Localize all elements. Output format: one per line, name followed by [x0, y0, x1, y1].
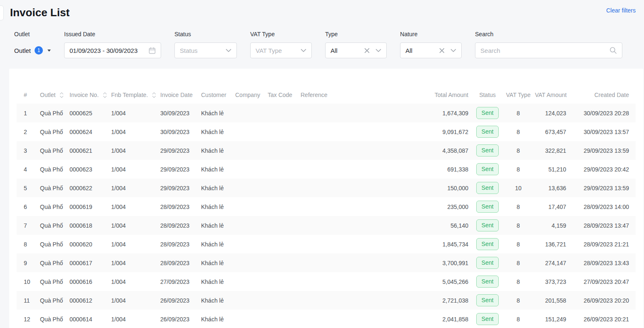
cell-index: 5	[17, 179, 38, 197]
cell-status: Sent	[472, 179, 503, 197]
cell-index: 10	[17, 272, 38, 291]
page-title: Invoice List	[10, 6, 70, 19]
cell-total_amount: 4,358,087	[333, 141, 472, 160]
cell-status: Sent	[472, 235, 503, 253]
table-row[interactable]: 3Quà Phố00006211/00429/09/2023Khách lẻ4,…	[17, 141, 636, 160]
cell-fnb_template: 1/004	[109, 179, 159, 197]
cell-invoice_date: 30/09/2023	[159, 104, 199, 122]
table-row[interactable]: 11Quà Phố00006121/00426/09/2023Khách lẻ2…	[17, 291, 636, 310]
clear-icon[interactable]	[364, 48, 370, 53]
cell-reference	[299, 122, 333, 141]
cell-reference	[299, 160, 333, 179]
cell-fnb_template: 1/004	[109, 216, 159, 235]
column-header-label: Fnb Template.	[111, 92, 148, 98]
table-body: 1Quà Phố00006251/00430/09/2023Khách lẻ1,…	[17, 104, 636, 328]
cell-outlet: Quà Phố	[38, 216, 68, 235]
cell-outlet: Quà Phố	[38, 141, 68, 160]
status-select[interactable]: Status	[174, 42, 237, 58]
cell-outlet: Quà Phố	[38, 310, 68, 328]
column-header-fnb_template[interactable]: Fnb Template.	[109, 86, 159, 104]
cell-created_date: 26/09/2023 20:20	[569, 291, 636, 310]
caret-down-icon	[47, 50, 51, 52]
cell-vat_type: 8	[503, 160, 533, 179]
table-row[interactable]: 6Quà Phố00006191/00428/09/2023Khách lẻ23…	[17, 197, 636, 216]
cell-status: Sent	[472, 253, 503, 272]
outlet-dropdown[interactable]: Outlet 1	[14, 46, 51, 55]
cell-invoice_no: 0000614	[68, 310, 109, 328]
cell-total_amount: 1,845,734	[333, 235, 472, 253]
cell-vat_type: 8	[503, 122, 533, 141]
cell-tax_code	[266, 216, 299, 235]
clear-icon[interactable]	[439, 48, 445, 53]
column-header-label: Reference	[301, 92, 328, 98]
cell-created_date: 27/09/2023 20:47	[569, 272, 636, 291]
cell-company	[234, 179, 266, 197]
cell-reference	[299, 253, 333, 272]
cell-fnb_template: 1/004	[109, 141, 159, 160]
vat-type-select[interactable]: VAT Type	[250, 42, 312, 58]
cell-company	[234, 216, 266, 235]
cell-vat_amount: 151,249	[533, 310, 569, 328]
table-row[interactable]: 1Quà Phố00006251/00430/09/2023Khách lẻ1,…	[17, 104, 636, 122]
issued-date-input[interactable]: 01/09/2023 - 30/09/2023	[64, 42, 161, 58]
table-row[interactable]: 8Quà Phố00006201/00428/09/2023Khách lẻ1,…	[17, 235, 636, 253]
cell-customer: Khách lẻ	[199, 197, 234, 216]
cell-vat_amount: 13,636	[533, 179, 569, 197]
cell-total_amount: 2,041,858	[333, 310, 472, 328]
status-badge: Sent	[476, 219, 499, 231]
column-header-label: Invoice Date	[160, 92, 193, 98]
table-row[interactable]: 12Quà Phố00006141/00426/09/2023Khách lẻ2…	[17, 310, 636, 328]
cell-customer: Khách lẻ	[199, 310, 234, 328]
cell-customer: Khách lẻ	[199, 216, 234, 235]
cell-index: 3	[17, 141, 38, 160]
nature-select[interactable]: All	[400, 42, 462, 58]
column-header-label: Company	[235, 92, 260, 98]
cell-created_date: 30/09/2023 13:57	[569, 122, 636, 141]
status-badge: Sent	[476, 238, 499, 250]
cell-invoice_no: 0000621	[68, 141, 109, 160]
column-header-status: Status	[472, 86, 503, 104]
cell-tax_code	[266, 179, 299, 197]
status-filter-label: Status	[174, 31, 237, 37]
type-select[interactable]: All	[325, 42, 387, 58]
column-header-label: Status	[479, 92, 496, 98]
cell-customer: Khách lẻ	[199, 253, 234, 272]
vat-type-filter-label: VAT Type	[250, 31, 312, 37]
table-row[interactable]: 5Quà Phố00006221/00429/09/2023Khách lẻ15…	[17, 179, 636, 197]
cell-status: Sent	[472, 197, 503, 216]
cell-reference	[299, 179, 333, 197]
cell-total_amount: 5,045,266	[333, 272, 472, 291]
cell-company	[234, 253, 266, 272]
table-row[interactable]: 9Quà Phố00006171/00428/09/2023Khách lẻ3,…	[17, 253, 636, 272]
cell-reference	[299, 141, 333, 160]
cell-invoice_no: 0000624	[68, 122, 109, 141]
table-row[interactable]: 10Quà Phố00006161/00427/09/2023Khách lẻ5…	[17, 272, 636, 291]
cell-total_amount: 3,700,991	[333, 253, 472, 272]
panel-edge	[0, 5, 4, 20]
issued-date-value: 01/09/2023 - 30/09/2023	[70, 47, 149, 54]
status-badge: Sent	[476, 294, 499, 306]
search-input[interactable]	[480, 47, 609, 54]
clear-filters-link[interactable]: Clear filters	[606, 7, 636, 14]
filter-outlet: Outlet Outlet 1	[14, 31, 51, 58]
cell-company	[234, 160, 266, 179]
chevron-down-icon	[450, 49, 456, 52]
cell-vat_type: 8	[503, 291, 533, 310]
cell-outlet: Quà Phố	[38, 235, 68, 253]
cell-invoice_date: 26/09/2023	[159, 291, 199, 310]
column-header-invoice_no[interactable]: Invoice No.	[68, 86, 109, 104]
cell-invoice_date: 27/09/2023	[159, 272, 199, 291]
cell-index: 7	[17, 216, 38, 235]
cell-created_date: 29/09/2023 13:59	[569, 141, 636, 160]
table-row[interactable]: 4Quà Phố00006231/00429/09/2023Khách lẻ69…	[17, 160, 636, 179]
column-header-total_amount: Total Amount	[333, 86, 472, 104]
table-row[interactable]: 2Quà Phố00006241/00430/09/2023Khách lẻ9,…	[17, 122, 636, 141]
status-badge: Sent	[476, 126, 499, 138]
cell-invoice_no: 0000619	[68, 197, 109, 216]
cell-vat_amount: 274,147	[533, 253, 569, 272]
table-row[interactable]: 7Quà Phố00006181/00428/09/2023Khách lẻ56…	[17, 216, 636, 235]
cell-created_date: 30/09/2023 20:28	[569, 104, 636, 122]
cell-status: Sent	[472, 291, 503, 310]
cell-total_amount: 9,091,672	[333, 122, 472, 141]
column-header-outlet[interactable]: Outlet	[38, 86, 68, 104]
